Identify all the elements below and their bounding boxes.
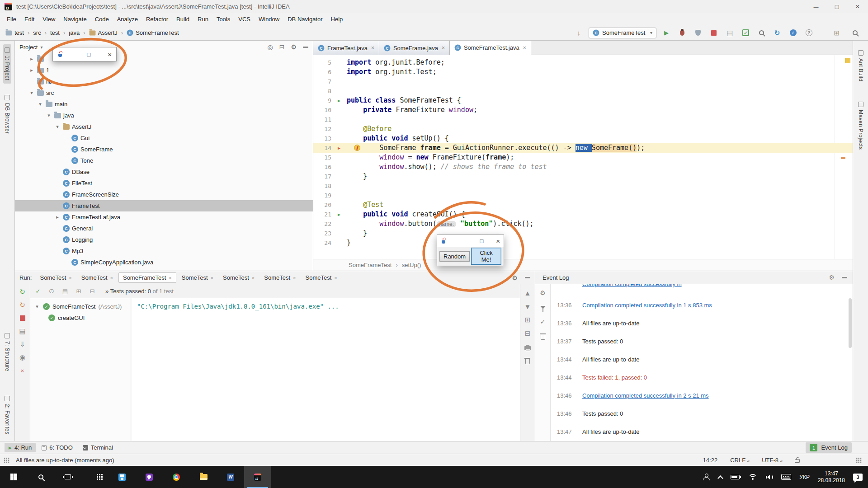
project-tree-item[interactable]: ▾java — [15, 110, 313, 121]
scrollbar-thumb[interactable] — [849, 298, 852, 348]
menu-item-view[interactable]: View — [38, 14, 59, 24]
purple-app-button[interactable] — [136, 466, 163, 488]
info-icon[interactable] — [787, 28, 799, 38]
clear-log-icon[interactable] — [539, 332, 547, 340]
project-tree-item[interactable]: Gui — [15, 132, 313, 144]
floppy-app-button[interactable] — [108, 466, 136, 488]
menu-item-refactor[interactable]: Refactor — [142, 14, 172, 24]
run-tab[interactable]: SomeFrameTest× — [118, 272, 176, 283]
collapse-all-icon[interactable]: ⊟ — [279, 43, 285, 51]
filter-icon[interactable] — [539, 303, 547, 311]
project-tree-item[interactable]: SomeFrame — [15, 144, 313, 155]
tool-button-4-run[interactable]: ▶4: Run — [5, 443, 36, 452]
editor-breadcrumb-item[interactable]: setUp() — [402, 262, 421, 268]
tool-strip-1-project[interactable]: 1: Project — [3, 44, 11, 84]
run-tab[interactable]: SomeTest× — [260, 272, 300, 283]
close-icon[interactable] — [496, 237, 500, 245]
locate-file-icon[interactable]: ◎ — [267, 43, 273, 51]
run-gutter-icon[interactable]: ▶ — [338, 96, 340, 105]
project-tree-item[interactable]: Mp3 — [15, 245, 313, 257]
tab-close-icon[interactable]: × — [211, 275, 213, 281]
tool-windows-icon[interactable]: ⊞ — [831, 28, 843, 38]
clock[interactable]: 13:47 28.08.2018 — [818, 470, 845, 484]
mark-all-read-icon[interactable]: ✓ — [539, 318, 547, 326]
word-button[interactable] — [217, 466, 244, 488]
tool-strip-maven-projects[interactable]: Maven Projects — [857, 99, 865, 153]
code-area[interactable]: 5import org.junit.Before;6import org.jun… — [313, 55, 853, 259]
chevron-right-icon[interactable]: ▸ — [28, 67, 35, 73]
test-marker-icon[interactable]: ▶ — [338, 143, 340, 153]
stop-button[interactable] — [708, 28, 720, 38]
project-tree-item[interactable]: ▾src — [15, 87, 313, 99]
print-icon[interactable] — [524, 343, 532, 351]
random-button[interactable]: Random — [439, 251, 470, 262]
menu-item-analyze[interactable]: Analyze — [113, 14, 142, 24]
run-console[interactable]: "C:\Program Files\Java\jdk1.8.0_161\bin\… — [132, 298, 520, 441]
sort-alphabetically-icon[interactable]: ▤ — [61, 287, 69, 295]
maximize-icon[interactable] — [87, 51, 90, 58]
project-tree-item[interactable]: ▸FrameTestLaf.java — [15, 211, 313, 223]
expand-icon[interactable]: ⊞ — [524, 316, 532, 324]
collapse-all-icon[interactable]: ⊟ — [88, 287, 96, 295]
sync-icon[interactable]: ↻ — [771, 28, 783, 38]
project-tree-item[interactable]: DBase — [15, 166, 313, 178]
run-tab[interactable]: SomeTest× — [77, 272, 117, 283]
volume-icon[interactable] — [766, 475, 773, 479]
next-occurrence-icon[interactable]: ▼ — [524, 302, 532, 310]
dialog-title-bar[interactable] — [437, 235, 504, 247]
hide-panel-icon[interactable] — [525, 277, 530, 278]
project-panel-title[interactable]: Project — [19, 44, 38, 51]
breadcrumb-item[interactable]: java — [68, 28, 80, 37]
collapse-icon[interactable]: ⊟ — [524, 329, 532, 338]
tool-strip-ant-build[interactable]: Ant Build — [857, 47, 865, 85]
project-tree-item[interactable]: ▾AssertJ — [15, 121, 313, 132]
project-tree-item[interactable]: Tone — [15, 155, 313, 166]
chevron-down-icon[interactable]: ▾ — [46, 113, 52, 118]
tool-strip-7-structure[interactable]: 7: Structure — [3, 330, 11, 375]
test-tree-item[interactable]: ✓createGUI — [30, 312, 131, 324]
run-tab[interactable]: SomeTest× — [36, 272, 75, 283]
project-tree-item[interactable]: General — [15, 223, 313, 234]
battery-icon[interactable] — [731, 475, 740, 479]
chevron-down-icon[interactable]: ▾ — [37, 101, 43, 107]
maximize-icon[interactable] — [480, 238, 483, 244]
breadcrumb-item[interactable]: src — [32, 28, 42, 37]
encoding-indicator[interactable]: UTF-8▴▾ — [762, 457, 782, 464]
file-explorer-button[interactable] — [190, 466, 217, 488]
tool-strip-2-favorites[interactable]: 2: Favorites — [3, 393, 11, 438]
people-icon[interactable] — [703, 474, 710, 480]
language-indicator[interactable]: УКР — [799, 474, 810, 480]
chevron-down-icon[interactable]: ▾ — [34, 304, 40, 310]
intellij-taskbar-button[interactable] — [244, 466, 271, 488]
swing-mini-window[interactable] — [52, 47, 117, 61]
breadcrumb-item[interactable]: test — [49, 28, 61, 37]
breadcrumb-item[interactable]: test — [5, 28, 25, 37]
tab-close-icon[interactable]: × — [293, 275, 296, 281]
corner-grid-icon[interactable] — [856, 457, 862, 463]
tab-close-icon[interactable]: × — [252, 275, 255, 281]
menu-item-window[interactable]: Window — [255, 14, 283, 24]
tool-button-6-todo[interactable]: 6: TODO — [38, 443, 77, 452]
rerun-failed-icon[interactable]: ↻ — [19, 301, 27, 309]
project-tree-item[interactable]: FileTest — [15, 178, 313, 189]
expand-all-icon[interactable]: ⊞ — [75, 287, 83, 295]
menu-item-build[interactable]: Build — [172, 14, 193, 24]
run-configuration-select[interactable]: SomeFrameTest ▾ — [589, 28, 656, 38]
tool-window-switcher-icon[interactable] — [4, 457, 9, 463]
chrome-button[interactable] — [163, 466, 190, 488]
close-icon[interactable] — [108, 51, 112, 58]
editor-tab[interactable]: SomeFrame.java× — [379, 41, 450, 55]
run-tab[interactable]: SomeTest× — [219, 272, 259, 283]
stop-icon[interactable] — [19, 314, 27, 322]
project-tree-item[interactable]: Logging — [15, 234, 313, 245]
touch-keyboard-icon[interactable] — [781, 474, 791, 480]
rerun-icon[interactable]: ↻ — [19, 288, 27, 296]
help-icon[interactable] — [803, 28, 815, 38]
tab-close-icon[interactable]: × — [523, 45, 526, 51]
tab-close-icon[interactable]: × — [169, 275, 171, 281]
menu-item-vcs[interactable]: VCS — [234, 14, 255, 24]
dump-threads-icon[interactable]: ▤ — [19, 327, 27, 335]
line-separator-indicator[interactable]: CRLF▴▾ — [730, 457, 749, 464]
breadcrumb-item[interactable]: AssertJ — [88, 28, 118, 37]
intention-bulb-icon[interactable] — [354, 145, 360, 151]
